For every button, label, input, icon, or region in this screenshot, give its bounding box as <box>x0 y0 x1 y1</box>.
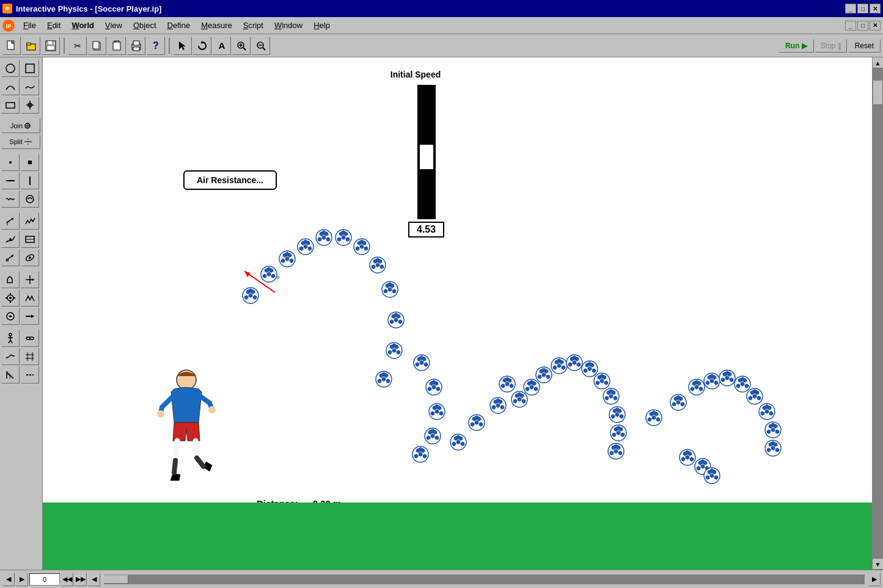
menu-script[interactable]: Script <box>238 20 268 31</box>
trace-tool[interactable] <box>21 231 39 248</box>
rotate-tool[interactable] <box>193 37 211 55</box>
svg-marker-106 <box>304 245 307 249</box>
new-button[interactable] <box>2 37 21 55</box>
menu-measure[interactable]: Measure <box>196 20 237 31</box>
svg-marker-379 <box>686 456 689 460</box>
play-forward-button[interactable]: ▶ <box>16 573 28 586</box>
polygon-tool[interactable] <box>1 78 20 95</box>
maximize-button[interactable]: □ <box>857 4 868 13</box>
menu-view[interactable]: View <box>100 20 127 31</box>
gauge-bar[interactable] <box>417 85 436 219</box>
actuator-tool[interactable] <box>1 308 20 325</box>
gauge-value: 4.53 <box>408 222 444 238</box>
minimize-button[interactable]: _ <box>845 4 856 13</box>
print-button[interactable] <box>127 37 145 55</box>
svg-marker-220 <box>500 405 504 410</box>
join-button[interactable]: Join <box>1 118 40 133</box>
zoom-in-tool[interactable] <box>232 37 251 55</box>
end-button[interactable]: ◀ <box>88 573 100 586</box>
svg-text:0: 0 <box>277 275 280 280</box>
svg-marker-215 <box>477 417 481 421</box>
menu-help[interactable]: Help <box>309 20 335 31</box>
svg-marker-327 <box>697 382 701 386</box>
graph-tool[interactable] <box>21 212 39 230</box>
rect-tool[interactable] <box>1 96 20 114</box>
gear-tool[interactable] <box>1 289 20 307</box>
spring-tool[interactable] <box>1 191 20 208</box>
scroll-thumb-vertical[interactable] <box>873 81 883 105</box>
svg-marker-180 <box>434 382 438 386</box>
force-tool1[interactable] <box>1 271 20 288</box>
text-tool[interactable]: A <box>213 37 231 55</box>
constraint-tool[interactable] <box>21 366 39 383</box>
svg-marker-361 <box>761 412 764 416</box>
scroll-right-button[interactable]: ▶ <box>868 573 881 586</box>
menu-file[interactable]: File <box>18 20 41 31</box>
link-tool[interactable] <box>21 330 39 347</box>
close-button[interactable]: ✕ <box>870 4 881 13</box>
svg-marker-270 <box>584 369 587 373</box>
copy-button[interactable] <box>88 37 106 55</box>
open-button[interactable] <box>22 37 40 55</box>
square-point-tool[interactable] <box>21 154 39 171</box>
body-tools-row1 <box>1 330 41 347</box>
vector-tool[interactable] <box>1 249 20 266</box>
stop-button[interactable]: Stop ‖ <box>815 39 847 53</box>
scroll-down-button[interactable]: ▼ <box>873 559 884 570</box>
point-tool[interactable] <box>1 154 20 171</box>
play-back-button[interactable]: ◀ <box>2 573 15 586</box>
run-button[interactable]: Run ▶ <box>779 39 814 53</box>
motor-tool[interactable] <box>21 289 39 307</box>
force-tool2[interactable] <box>21 271 39 288</box>
angle-tool[interactable] <box>1 366 20 383</box>
step-forward-button[interactable]: ▶▶ <box>75 573 87 586</box>
doc-minimize-button[interactable]: _ <box>845 21 856 31</box>
svg-marker-292 <box>618 409 621 413</box>
vline-tool[interactable] <box>21 172 39 189</box>
air-resistance-button[interactable]: Air Resistance... <box>183 170 277 190</box>
svg-marker-263 <box>568 363 572 367</box>
menu-world[interactable]: World <box>67 20 99 31</box>
scroll-track-vertical[interactable] <box>873 68 884 559</box>
reset-button[interactable]: Reset <box>848 39 881 53</box>
track-tool[interactable] <box>1 231 20 248</box>
svg-marker-284 <box>605 396 609 401</box>
arrow-tool[interactable] <box>21 308 39 325</box>
doc-maximize-button[interactable]: □ <box>857 21 868 31</box>
cut-button[interactable]: ✂ <box>68 37 87 55</box>
grid-tool[interactable] <box>21 348 39 365</box>
scroll-thumb-horizontal[interactable] <box>104 575 128 584</box>
person-tool[interactable] <box>1 330 20 347</box>
square-tool[interactable] <box>21 60 39 77</box>
svg-marker-136 <box>380 265 384 269</box>
menu-window[interactable]: Window <box>269 20 307 31</box>
zoom-out-tool[interactable] <box>252 37 270 55</box>
orbit-tool[interactable] <box>21 249 39 266</box>
scroll-track-horizontal[interactable] <box>104 575 865 584</box>
help-button[interactable]: ? <box>147 37 165 55</box>
menu-define[interactable]: Define <box>163 20 196 31</box>
split-button[interactable]: Split <box>1 134 40 149</box>
anchor-tool[interactable] <box>21 96 39 114</box>
svg-marker-324 <box>695 380 698 385</box>
save-button[interactable] <box>42 37 60 55</box>
menu-edit[interactable]: Edit <box>42 20 65 31</box>
damper-tool[interactable] <box>21 191 39 208</box>
frame-input[interactable] <box>29 573 60 586</box>
doc-close-button[interactable]: ✕ <box>870 21 881 31</box>
freehand-tool[interactable] <box>21 78 39 95</box>
svg-marker-148 <box>394 318 398 322</box>
scroll-up-button[interactable]: ▲ <box>873 57 884 68</box>
paste-button[interactable] <box>108 37 126 55</box>
speed-gauge[interactable]: 4.53 <box>408 85 444 238</box>
hline-tool[interactable] <box>1 172 20 189</box>
svg-marker-144 <box>384 289 387 294</box>
circle-tool[interactable] <box>1 60 20 77</box>
velocity-tool[interactable] <box>1 212 20 230</box>
svg-point-350 <box>747 388 763 404</box>
menu-object[interactable]: Object <box>128 20 161 31</box>
step-back-button[interactable]: ◀◀ <box>61 573 73 586</box>
wave-tool[interactable] <box>1 348 20 365</box>
select-tool[interactable] <box>174 37 192 55</box>
svg-point-98 <box>279 251 295 267</box>
